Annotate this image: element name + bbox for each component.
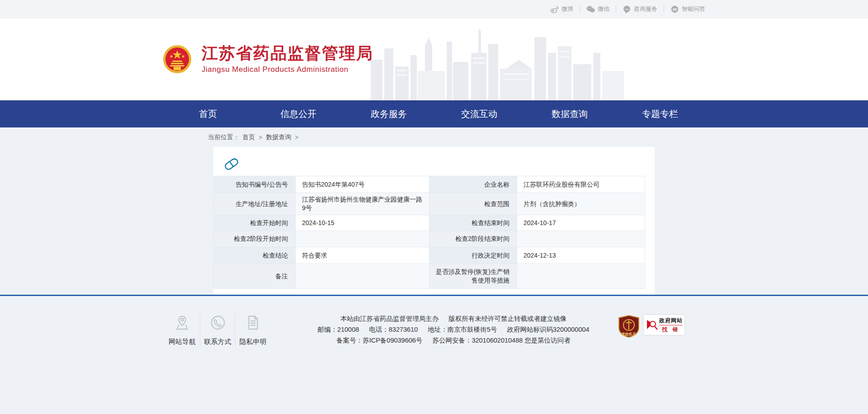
footer-line-contact: 邮编：210008 电话：83273610 地址：南京市鼓楼街5号 政府网站标识… <box>293 324 614 335</box>
footer-text-block: 本站由江苏省药品监督管理局主办 版权所有未经许可禁止转载或者建立镜像 邮编：21… <box>270 313 618 346</box>
field-label-decision-date: 行政决定时间 <box>429 247 517 264</box>
nav-item-info-disclosure[interactable]: 信息公开 <box>253 100 344 127</box>
field-label-address: 生产地址/注册地址 <box>214 193 296 215</box>
weibo-label: 微博 <box>561 5 573 13</box>
main-navigation: 首页 信息公开 政务服务 交流互动 数据查询 专题专栏 <box>0 100 868 127</box>
weibo-link[interactable]: 微博 <box>544 5 580 13</box>
site-header: 江苏省药品监督管理局 Jiangsu Medical Products Admi… <box>0 18 868 100</box>
error-report-magnifier-icon <box>646 318 659 332</box>
footer-line-icp: 备案号：苏ICP备09039606号 苏公网安备：32010602010488 … <box>293 335 614 346</box>
smart-qa-label: 智能问答 <box>682 5 705 13</box>
nav-item-special-topics[interactable]: 专题专栏 <box>615 100 705 127</box>
footer-sitemap-label: 网站导航 <box>169 338 196 346</box>
svg-text:党政机关: 党政机关 <box>621 332 636 336</box>
weibo-icon <box>550 5 559 13</box>
top-utility-bar: 微博 微信 咨询服务 <box>0 0 868 18</box>
nav-item-home[interactable]: 首页 <box>163 100 253 127</box>
map-pin-icon <box>174 314 191 331</box>
public-security-number: 苏公网安备：32010602010488 您是第位访问者 <box>432 337 570 344</box>
field-value-phase2-start <box>296 231 429 247</box>
field-value-phase2-end <box>517 231 645 247</box>
field-value-conclusion: 符合要求 <box>296 247 429 264</box>
inspection-detail-card: 告知书编号/公告号 告知书2024年第407号 企业名称 江苏联环药业股份有限公… <box>213 147 655 295</box>
field-label-conclusion: 检查结论 <box>214 247 296 264</box>
pill-icon <box>222 157 241 171</box>
field-value-end-date: 2024-10-17 <box>517 215 645 231</box>
breadcrumb-prefix: 当前位置： <box>208 133 240 141</box>
field-value-decision-date: 2024-12-13 <box>517 247 645 264</box>
footer-contact-label: 联系方式 <box>204 338 231 346</box>
field-label-inspection-scope: 检查范围 <box>429 193 517 215</box>
field-label-remarks: 备注 <box>214 264 296 289</box>
field-label-start-date: 检查开始时间 <box>214 215 296 231</box>
field-value-start-date: 2024-10-15 <box>296 215 429 231</box>
consult-service-link[interactable]: 咨询服务 <box>616 5 664 13</box>
footer-link-privacy[interactable]: 隐私申明 <box>235 313 270 346</box>
consult-service-label: 咨询服务 <box>634 5 657 13</box>
field-label-company-name: 企业名称 <box>429 176 517 193</box>
site-subtitle: Jiangsu Medical Products Administration <box>202 65 373 74</box>
breadcrumb-home-link[interactable]: 首页 <box>242 133 255 141</box>
field-label-suspension-measures: 是否涉及暂停(恢复)生产销售使用等措施 <box>429 264 517 289</box>
wechat-link[interactable]: 微信 <box>580 5 616 13</box>
breadcrumb-separator: > <box>259 134 262 141</box>
inspection-detail-table: 告知书编号/公告号 告知书2024年第407号 企业名称 江苏联环药业股份有限公… <box>213 176 645 289</box>
gov-website-error-report-badge[interactable]: 政府网站 找 错 <box>644 315 684 335</box>
field-value-address: 江苏省扬州市扬州生物健康产业园健康一路9号 <box>296 193 429 215</box>
field-value-notice-number: 告知书2024年第407号 <box>296 176 429 193</box>
breadcrumb-data-query-link[interactable]: 数据查询 <box>266 133 291 141</box>
wechat-icon <box>586 5 595 13</box>
breadcrumb-bar: 当前位置： 首页 > 数据查询 > <box>0 127 868 147</box>
wechat-label: 微信 <box>598 5 609 13</box>
icp-number: 备案号：苏ICP备09039606号 <box>336 337 422 344</box>
nav-item-gov-services[interactable]: 政务服务 <box>344 100 434 127</box>
consult-icon <box>623 5 631 13</box>
national-emblem-logo <box>163 45 192 74</box>
site-footer: 网站导航 联系方式 隐私申明 <box>0 296 868 412</box>
footer-link-contact[interactable]: 联系方式 <box>200 313 235 346</box>
field-value-company-name: 江苏联环药业股份有限公司 <box>517 176 645 193</box>
error-badge-subtitle: 找 错 <box>659 326 683 334</box>
breadcrumb-separator: > <box>295 134 298 141</box>
city-skyline-decoration <box>371 28 624 100</box>
nav-item-interaction[interactable]: 交流互动 <box>434 100 524 127</box>
nav-item-data-query[interactable]: 数据查询 <box>524 100 615 127</box>
field-label-phase2-start: 检查2阶段开始时间 <box>214 231 296 247</box>
phone-icon <box>209 314 226 331</box>
privacy-icon <box>245 314 262 331</box>
field-value-suspension-measures <box>517 264 645 289</box>
footer-line-host: 本站由江苏省药品监督管理局主办 版权所有未经许可禁止转载或者建立镜像 <box>293 313 614 324</box>
error-badge-title: 政府网站 <box>659 317 683 325</box>
footer-link-sitemap[interactable]: 网站导航 <box>165 313 200 346</box>
field-value-remarks <box>296 264 429 289</box>
party-gov-badge[interactable]: 党政机关 <box>618 315 639 338</box>
field-value-inspection-scope: 片剂（含抗肿瘤类） <box>517 193 645 215</box>
smart-qa-link[interactable]: 智能问答 <box>664 5 705 13</box>
site-title: 江苏省药品监督管理局 <box>202 44 373 62</box>
field-label-notice-number: 告知书编号/公告号 <box>214 176 296 193</box>
qa-icon <box>670 5 679 13</box>
field-label-phase2-end: 检查2阶段结束时间 <box>429 231 517 247</box>
footer-privacy-label: 隐私申明 <box>240 338 267 346</box>
field-label-end-date: 检查结束时间 <box>429 215 517 231</box>
